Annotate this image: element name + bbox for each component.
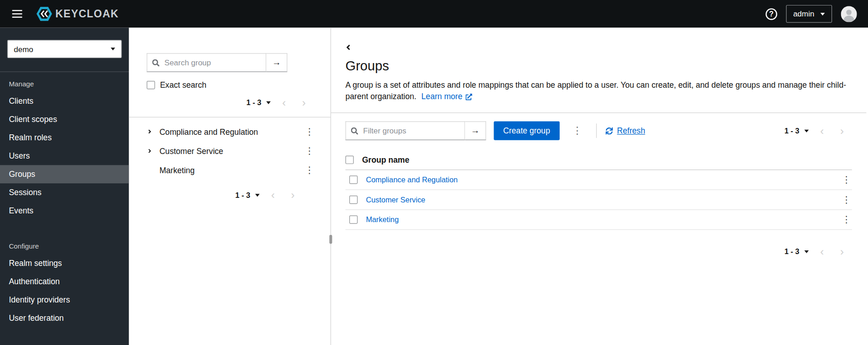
panel-resize-handle[interactable] xyxy=(329,235,332,244)
keycloak-logo-text: KEYCLOAK xyxy=(55,8,119,20)
sidebar-item-user-federation[interactable]: User federation xyxy=(0,309,129,328)
pagination-prev-button[interactable]: ‹ xyxy=(274,96,294,110)
page-header: Groups A group is a set of attributes an… xyxy=(331,54,866,103)
groups-toolbar: → Create group ⋮ Refresh 1 - 3 ‹ xyxy=(331,113,866,147)
keycloak-logo[interactable]: KEYCLOAK xyxy=(37,6,119,21)
sidebar-section-manage: Manage Clients Client scopes Realm roles… xyxy=(0,72,129,220)
expand-chevron-icon[interactable] xyxy=(147,128,159,134)
exact-search-toggle[interactable]: Exact search xyxy=(147,80,314,89)
kebab-menu-icon[interactable]: ⋮ xyxy=(841,173,852,186)
pagination-next-button[interactable]: › xyxy=(832,123,852,138)
table-row[interactable]: Marketing ⋮ xyxy=(346,210,852,230)
filter-submit-button[interactable]: → xyxy=(465,122,486,140)
pagination-menu-toggle[interactable]: 1 - 3 xyxy=(781,245,812,258)
pagination-menu-toggle[interactable]: 1 - 3 xyxy=(781,124,812,137)
group-search-box xyxy=(147,53,266,72)
keycloak-admin-console: KEYCLOAK ? admin demo xyxy=(0,0,868,345)
kebab-menu-icon[interactable]: ⋮ xyxy=(304,125,315,138)
group-tree-item-label[interactable]: Marketing xyxy=(159,166,304,175)
pagination-next-button[interactable]: › xyxy=(294,96,314,110)
user-menu-dropdown[interactable]: admin xyxy=(786,5,832,23)
kebab-menu-icon[interactable]: ⋮ xyxy=(841,193,852,207)
group-tree-item[interactable]: Customer Service ⋮ xyxy=(129,141,330,160)
group-tree-toolbar: → Exact search 1 - 3 ‹ › xyxy=(129,53,330,110)
kebab-menu-icon[interactable]: ⋮ xyxy=(304,144,315,158)
exact-search-checkbox[interactable] xyxy=(147,80,155,89)
sidebar-item-authentication[interactable]: Authentication xyxy=(0,272,129,291)
help-icon[interactable]: ? xyxy=(766,8,777,20)
search-submit-button[interactable]: → xyxy=(266,53,287,72)
group-name-link[interactable]: Marketing xyxy=(366,216,841,224)
pagination-menu-toggle[interactable]: 1 - 3 xyxy=(243,96,274,109)
sidebar-item-identity-providers[interactable]: Identity providers xyxy=(0,291,129,309)
group-tree-panel: → Exact search 1 - 3 ‹ › xyxy=(129,28,331,345)
sidebar-item-events[interactable]: Events xyxy=(0,202,129,220)
group-tree-item[interactable]: Marketing ⋮ xyxy=(129,161,330,180)
select-all-checkbox[interactable] xyxy=(346,156,354,164)
chevron-down-icon xyxy=(805,250,809,253)
row-checkbox[interactable] xyxy=(349,175,358,184)
group-search-input[interactable] xyxy=(163,58,261,68)
group-name-link[interactable]: Customer Service xyxy=(366,196,841,204)
masthead-toolbar: ? admin xyxy=(766,5,857,23)
sidebar-item-sessions[interactable]: Sessions xyxy=(0,183,129,202)
learn-more-link[interactable]: Learn more xyxy=(421,91,473,102)
row-checkbox[interactable] xyxy=(349,196,358,204)
divider xyxy=(129,117,330,117)
external-link-icon xyxy=(466,93,473,100)
chevron-down-icon xyxy=(805,129,809,132)
table-pagination-top: 1 - 3 ‹ › xyxy=(781,123,852,138)
user-menu-label: admin xyxy=(793,10,814,18)
groups-table: Group name Compliance and Regulation ⋮ C… xyxy=(346,150,852,230)
sidebar-item-groups[interactable]: Groups xyxy=(0,165,129,183)
kebab-menu-icon[interactable]: ⋮ xyxy=(567,123,587,138)
group-tree-item-label[interactable]: Compliance and Regulation xyxy=(159,127,304,136)
pagination-next-button[interactable]: › xyxy=(283,188,303,202)
sidebar-item-realm-settings[interactable]: Realm settings xyxy=(0,254,129,272)
chevron-down-icon xyxy=(821,12,825,15)
expand-chevron-icon[interactable] xyxy=(147,148,159,154)
create-group-button[interactable]: Create group xyxy=(494,122,559,140)
tree-pagination-bottom: 1 - 3 ‹ › xyxy=(129,188,330,202)
realm-selector-area: demo xyxy=(0,28,129,72)
pagination-prev-button[interactable]: ‹ xyxy=(263,188,283,202)
row-checkbox[interactable] xyxy=(349,216,358,224)
nav-toggle-button[interactable] xyxy=(7,5,28,22)
pagination-next-button[interactable]: › xyxy=(832,244,852,259)
chevron-down-icon xyxy=(110,48,115,50)
masthead: KEYCLOAK ? admin xyxy=(0,0,868,28)
refresh-button[interactable]: Refresh xyxy=(605,126,645,135)
table-row[interactable]: Customer Service ⋮ xyxy=(346,190,852,210)
pagination-menu-toggle[interactable]: 1 - 3 xyxy=(232,189,263,202)
table-row[interactable]: Compliance and Regulation ⋮ xyxy=(346,170,852,190)
kebab-menu-icon[interactable]: ⋮ xyxy=(304,164,315,177)
group-tree-item[interactable]: Compliance and Regulation ⋮ xyxy=(129,122,330,141)
avatar[interactable] xyxy=(841,6,857,22)
arrow-right-icon: → xyxy=(471,126,479,136)
table-pagination-bottom: 1 - 3 ‹ › xyxy=(346,244,852,259)
sidebar-item-client-scopes[interactable]: Client scopes xyxy=(0,110,129,128)
filter-groups-box xyxy=(346,122,465,140)
group-tree-list: Compliance and Regulation ⋮ Customer Ser… xyxy=(129,122,330,180)
realm-selector[interactable]: demo xyxy=(7,40,122,58)
divider xyxy=(596,123,596,138)
sidebar-item-realm-roles[interactable]: Realm roles xyxy=(0,128,129,147)
page-description-text: A group is a set of attributes and role … xyxy=(346,80,847,101)
group-name-link[interactable]: Compliance and Regulation xyxy=(366,175,841,184)
group-tree-item-label[interactable]: Customer Service xyxy=(159,147,304,155)
sidebar-item-users[interactable]: Users xyxy=(0,147,129,165)
search-icon xyxy=(351,127,358,134)
angle-left-icon xyxy=(346,43,351,52)
kebab-menu-icon[interactable]: ⋮ xyxy=(841,213,852,227)
sidebar-item-clients[interactable]: Clients xyxy=(0,92,129,110)
pagination-prev-button[interactable]: ‹ xyxy=(812,123,832,138)
pagination-prev-button[interactable]: ‹ xyxy=(812,244,832,259)
main-panel: Groups A group is a set of attributes an… xyxy=(331,28,868,345)
column-header-group-name: Group name xyxy=(362,155,410,164)
sidebar-section-title: Configure xyxy=(0,234,129,255)
filter-groups-input[interactable] xyxy=(362,126,459,136)
collapse-panel-button[interactable] xyxy=(342,41,354,54)
chevron-down-icon xyxy=(255,194,260,196)
learn-more-label: Learn more xyxy=(421,91,463,102)
exact-search-label: Exact search xyxy=(160,80,206,89)
